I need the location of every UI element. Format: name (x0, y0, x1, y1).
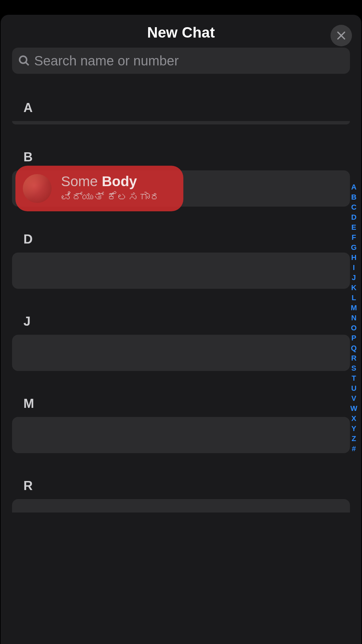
contact-highlight[interactable]: SomeBody ವಿದ್ಯುತ್ ಕೆಲಸಗಾರ (15, 166, 183, 211)
alpha-index-letter[interactable]: S (349, 364, 358, 373)
alpha-index-letter[interactable]: O (349, 323, 359, 333)
contact-row[interactable] (12, 121, 350, 124)
alpha-index-letter[interactable]: J (350, 273, 358, 282)
new-chat-modal: New Chat A B (1, 15, 361, 644)
alpha-index-letter[interactable]: W (348, 404, 359, 413)
alpha-index-letter[interactable]: F (350, 233, 358, 242)
alpha-index-letter[interactable]: C (349, 203, 359, 212)
alpha-index-letter[interactable]: Q (349, 343, 359, 353)
contact-row[interactable] (12, 335, 350, 371)
alpha-index-letter[interactable]: Z (350, 434, 358, 443)
svg-line-3 (26, 62, 29, 65)
alpha-index-letter[interactable]: U (349, 384, 359, 393)
contact-last-name: Body (102, 173, 137, 189)
alpha-index-letter[interactable]: N (349, 313, 359, 323)
contact-row[interactable] (12, 417, 350, 453)
alpha-index-letter[interactable]: H (349, 253, 359, 262)
section-header-j: J (1, 308, 361, 335)
section-header-m: M (1, 390, 361, 417)
alpha-index-letter[interactable]: A (349, 182, 359, 192)
contact-name: SomeBody (61, 174, 161, 189)
alpha-index-letter[interactable]: Y (349, 424, 358, 433)
modal-title: New Chat (147, 24, 215, 41)
alpha-index-letter[interactable]: G (349, 243, 359, 252)
contact-row[interactable] (12, 499, 350, 513)
avatar (23, 174, 52, 203)
alpha-index-letter[interactable]: K (349, 283, 359, 292)
alpha-index-letter[interactable]: T (350, 374, 358, 383)
alpha-index-letter[interactable]: V (349, 394, 358, 403)
alpha-index-letter[interactable]: M (349, 303, 359, 313)
alpha-index-letter[interactable]: P (349, 333, 358, 343)
contact-subtitle: ವಿದ್ಯುತ್ ಕೆಲಸಗಾರ (61, 191, 161, 203)
search-field[interactable] (12, 48, 350, 74)
section-header-r: R (1, 473, 361, 499)
search-icon (18, 55, 30, 67)
svg-point-2 (20, 56, 27, 63)
alpha-index-letter[interactable]: X (349, 414, 358, 423)
alpha-index-letter[interactable]: B (349, 193, 359, 202)
alpha-index-bar[interactable]: A B C D E F G H I J K L M N O P Q R S T … (348, 182, 359, 453)
alpha-index-letter[interactable]: L (350, 293, 358, 303)
close-icon (336, 31, 346, 41)
search-input[interactable] (34, 53, 344, 68)
contacts-list[interactable]: A B SomeBody ವಿದ್ಯುತ್ ಕೆಲಸಗಾರ (1, 95, 361, 644)
search-container (1, 48, 361, 83)
alpha-index-letter[interactable]: D (349, 213, 359, 222)
contact-first-name: Some (61, 173, 98, 189)
section-header-d: D (1, 226, 361, 253)
section-header-a: A (1, 95, 361, 121)
alpha-index-letter[interactable]: E (349, 223, 358, 232)
modal-header: New Chat (1, 15, 361, 48)
close-button[interactable] (330, 25, 352, 46)
alpha-index-letter[interactable]: I (351, 263, 357, 272)
highlighted-contact-overlay: SomeBody ವಿದ್ಯುತ್ ಕೆಲಸಗಾರ (15, 170, 183, 207)
alpha-index-letter[interactable]: # (350, 444, 358, 453)
contact-info: SomeBody ವಿದ್ಯುತ್ ಕೆಲಸಗಾರ (61, 174, 161, 203)
alpha-index-letter[interactable]: R (349, 354, 359, 363)
contact-row[interactable] (12, 253, 350, 289)
